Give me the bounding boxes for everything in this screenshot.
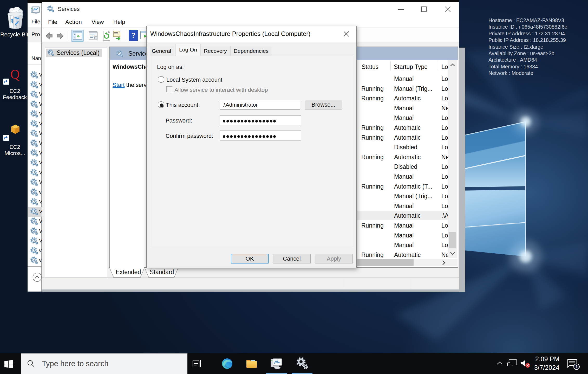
svg-text:1: 1 <box>576 365 578 369</box>
